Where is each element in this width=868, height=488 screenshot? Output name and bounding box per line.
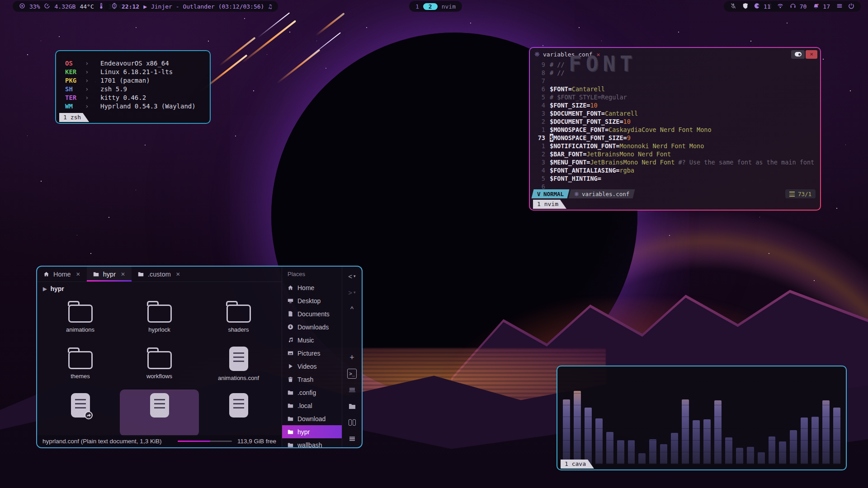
fetch-label: SH [65,85,85,94]
folder-icon [226,305,251,323]
places-item-documents[interactable]: Documents [282,307,342,320]
play-icon[interactable]: ▶ [143,3,147,10]
nvim-editor[interactable]: FONT 9# //8# //76$FONT=Cantarell5# $FONT… [530,60,820,191]
terminal-window-fetch[interactable]: OS›EndeavourOS x86_64KER›Linux 6.18.21-1… [55,50,211,124]
lines-icon [789,192,795,197]
folder-item-hyprlock[interactable]: hyprlock [120,296,199,343]
memory-usage: 4.32GB [54,3,75,10]
file-label: animations [66,326,94,333]
code-line: 2$BAR_FONT=JetBrainsMono Nerd Font [530,150,820,158]
free-space: 113,9 GiB free [237,438,276,445]
kitty-tab-nvim[interactable]: 1 nvim [533,200,566,209]
notifications-bell-icon[interactable] [813,3,819,9]
folder-item-workflows[interactable]: workflows [120,343,199,389]
line-number: 1 [530,126,545,134]
hamburger-menu-icon[interactable] [349,434,356,444]
nvim-window[interactable]: variables.conf × × FONT 9# //8# //76$FON… [529,47,821,211]
memory-gauge-icon [44,3,50,10]
folder-item-shaders[interactable]: shaders [199,296,278,343]
fm-tab-custom[interactable]: .custom✕ [132,267,187,282]
new-button[interactable]: + [349,352,354,362]
folder-icon [93,271,99,277]
network-icon[interactable] [777,3,783,10]
file-item[interactable] [199,389,278,436]
places-item-home[interactable]: Home [282,281,342,294]
tab-close-icon[interactable]: ✕ [76,271,80,277]
line-number: 4 [530,166,545,174]
spectrum-bar [693,420,700,464]
places-label: Music [297,337,314,344]
places-item-trash[interactable]: Trash [282,373,342,386]
up-button[interactable]: ^ [350,304,354,314]
forward-button[interactable]: >▾ [348,287,355,297]
back-button[interactable]: <▾ [348,271,355,281]
window-toggle-button[interactable] [791,50,805,59]
file-label: hyprlock [148,326,170,333]
places-item-desktop[interactable]: Desktop [282,294,342,307]
tab-close-icon[interactable]: ✕ [121,271,125,277]
breadcrumb-folder[interactable]: hypr [50,285,64,292]
workspace-1[interactable]: 1 [415,3,419,10]
fetch-info: OS›EndeavourOS x86_64KER›Linux 6.18.21-1… [56,51,210,111]
file-item[interactable] [41,389,120,436]
file-item[interactable] [120,389,199,436]
system-tray-widget: 11 70 17 [747,1,861,12]
code-line: 2$DOCUMENT_FONT_SIZE=10 [530,117,820,126]
folder-item-animations[interactable]: animations [41,296,120,343]
split-view-button[interactable] [349,418,356,427]
places-item-pictures[interactable]: Pictures [282,347,342,360]
places-label: Documents [297,310,330,318]
places-item-download[interactable]: Download [282,412,342,425]
spectrum-bar [769,436,776,464]
home-icon [43,271,49,277]
line-number: 5 [530,174,545,183]
code-line: 4$FONT_SIZE=10 [530,101,820,109]
places-item-videos[interactable]: Videos [282,360,342,373]
places-item-config[interactable]: .config [282,386,342,399]
devices-button[interactable] [349,385,356,395]
fetch-value: zsh 5.9 [100,85,127,94]
places-item-downloads[interactable]: Downloads [282,320,342,333]
file-manager-toolbar: <▾ >▾ ^ + >_ [342,267,362,447]
microphone-muted-icon[interactable] [730,3,736,10]
places-item-music[interactable]: Music [282,333,342,347]
menu-icon[interactable] [836,3,843,10]
folders-button[interactable] [349,401,356,411]
now-playing[interactable]: Jinjer - Outlander (03:12/03:56) [151,3,264,10]
clock-media-widget[interactable]: 22:12 ▶ Jinjer - Outlander (03:12/03:56)… [105,1,278,12]
places-item-hypr[interactable]: hypr [282,425,342,438]
open-terminal-button[interactable]: >_ [347,369,357,379]
workspace-2-active[interactable]: 2 [423,3,438,10]
file-manager-window[interactable]: Home✕hypr✕.custom✕ ▶ hypr animationshypr… [36,266,363,448]
spectrum-bar [811,417,819,464]
code-line: 5$FONT_HINTING= [530,174,820,183]
spectrum-bar [703,419,711,464]
pacman-updates-icon[interactable] [754,3,760,10]
document-icon [288,311,293,317]
code-line: 73$MONOSPACE_FONT_SIZE=9 [530,134,820,142]
spectrum-bar [671,433,678,464]
gear-icon [534,52,540,57]
folder-item-themes[interactable]: themes [41,343,120,389]
file-grid: animationshyprlockshadersthemesworkflows… [37,296,282,447]
places-item-wallbash[interactable]: wallbash [282,438,342,447]
window-close-button[interactable]: × [806,50,817,59]
cpu-temp: 44°C [80,3,94,10]
file-item-animations.conf[interactable]: animations.conf [199,343,278,389]
places-item-local[interactable]: .local [282,399,342,412]
tab-close-icon[interactable]: ✕ [176,271,180,277]
headphones-icon[interactable] [790,3,796,10]
symlink-emblem-icon [84,411,93,420]
cava-visualizer-window[interactable]: 1 cava [557,366,847,470]
fm-tab-home[interactable]: Home✕ [37,267,87,282]
folder-icon [288,389,293,395]
arrow-icon: › [85,85,100,94]
chevron-right-icon[interactable]: ▶ [43,286,47,292]
code-line: 7 [530,77,820,85]
kitty-tab-zsh[interactable]: 1 zsh [59,113,89,122]
nvim-statusline: VNORMAL variables.conf 73/1 [531,189,819,199]
power-icon[interactable] [848,3,854,10]
breadcrumb[interactable]: ▶ hypr [37,282,282,296]
fm-tab-hypr[interactable]: hypr✕ [87,267,132,282]
disk-usage-bar [178,441,232,442]
